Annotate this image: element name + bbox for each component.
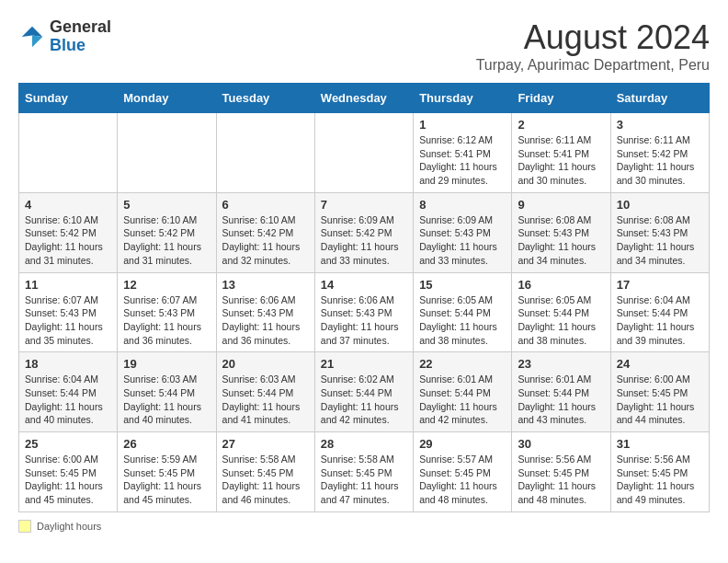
- day-info: Sunrise: 6:12 AM Sunset: 5:41 PM Dayligh…: [419, 133, 506, 188]
- calendar-cell: 26Sunrise: 5:59 AM Sunset: 5:45 PM Dayli…: [118, 432, 216, 512]
- day-info: Sunrise: 6:02 AM Sunset: 5:44 PM Dayligh…: [321, 373, 407, 427]
- day-number: 12: [123, 278, 210, 292]
- calendar-cell: 1Sunrise: 6:12 AM Sunset: 5:41 PM Daylig…: [414, 113, 512, 193]
- day-info: Sunrise: 6:07 AM Sunset: 5:43 PM Dayligh…: [25, 293, 111, 348]
- month-year-title: August 2024: [476, 18, 710, 57]
- day-info: Sunrise: 6:00 AM Sunset: 5:45 PM Dayligh…: [25, 453, 111, 507]
- calendar-cell: 18Sunrise: 6:04 AM Sunset: 5:44 PM Dayli…: [19, 352, 118, 432]
- day-info: Sunrise: 6:07 AM Sunset: 5:43 PM Dayligh…: [123, 293, 210, 348]
- calendar-cell: 12Sunrise: 6:07 AM Sunset: 5:43 PM Dayli…: [118, 272, 216, 352]
- calendar-cell: 15Sunrise: 6:05 AM Sunset: 5:44 PM Dayli…: [414, 272, 512, 352]
- weekday-header-friday: Friday: [512, 84, 610, 113]
- day-number: 19: [123, 357, 210, 371]
- weekday-header-row: SundayMondayTuesdayWednesdayThursdayFrid…: [19, 84, 710, 113]
- calendar-week-row: 11Sunrise: 6:07 AM Sunset: 5:43 PM Dayli…: [19, 272, 710, 352]
- day-info: Sunrise: 5:56 AM Sunset: 5:45 PM Dayligh…: [617, 453, 703, 507]
- calendar-cell: 16Sunrise: 6:05 AM Sunset: 5:44 PM Dayli…: [512, 272, 610, 352]
- day-number: 23: [518, 357, 604, 371]
- day-number: 5: [123, 198, 210, 212]
- day-info: Sunrise: 5:59 AM Sunset: 5:45 PM Dayligh…: [123, 453, 210, 507]
- footer-note: Daylight hours: [18, 520, 710, 533]
- calendar-cell: 23Sunrise: 6:01 AM Sunset: 5:44 PM Dayli…: [512, 352, 610, 432]
- day-info: Sunrise: 6:11 AM Sunset: 5:41 PM Dayligh…: [518, 133, 604, 188]
- day-info: Sunrise: 6:01 AM Sunset: 5:44 PM Dayligh…: [419, 373, 506, 427]
- day-number: 30: [518, 437, 604, 451]
- calendar-cell: 4Sunrise: 6:10 AM Sunset: 5:42 PM Daylig…: [19, 192, 118, 272]
- day-number: 22: [419, 357, 506, 371]
- calendar-cell: 3Sunrise: 6:11 AM Sunset: 5:42 PM Daylig…: [610, 113, 709, 193]
- day-info: Sunrise: 6:08 AM Sunset: 5:43 PM Dayligh…: [617, 213, 703, 268]
- day-info: Sunrise: 6:05 AM Sunset: 5:44 PM Dayligh…: [419, 293, 506, 348]
- logo-text: General Blue: [50, 18, 111, 55]
- day-info: Sunrise: 6:03 AM Sunset: 5:44 PM Dayligh…: [222, 373, 309, 427]
- day-number: 9: [518, 198, 604, 212]
- day-number: 11: [25, 278, 111, 292]
- daylight-label: Daylight hours: [37, 521, 101, 532]
- day-info: Sunrise: 5:56 AM Sunset: 5:45 PM Dayligh…: [518, 453, 604, 507]
- calendar-cell: [118, 113, 216, 193]
- day-number: 10: [617, 198, 703, 212]
- weekday-header-wednesday: Wednesday: [314, 84, 413, 113]
- day-info: Sunrise: 6:10 AM Sunset: 5:42 PM Dayligh…: [123, 213, 210, 268]
- day-info: Sunrise: 6:00 AM Sunset: 5:45 PM Dayligh…: [617, 373, 703, 427]
- calendar-cell: 5Sunrise: 6:10 AM Sunset: 5:42 PM Daylig…: [118, 192, 216, 272]
- day-info: Sunrise: 6:03 AM Sunset: 5:44 PM Dayligh…: [123, 373, 210, 427]
- daylight-swatch: [18, 520, 31, 533]
- day-number: 2: [518, 118, 604, 132]
- day-number: 8: [419, 198, 506, 212]
- day-info: Sunrise: 5:57 AM Sunset: 5:45 PM Dayligh…: [419, 453, 506, 507]
- calendar-week-row: 4Sunrise: 6:10 AM Sunset: 5:42 PM Daylig…: [19, 192, 710, 272]
- calendar-cell: 10Sunrise: 6:08 AM Sunset: 5:43 PM Dayli…: [610, 192, 709, 272]
- day-number: 21: [321, 357, 407, 371]
- day-info: Sunrise: 6:06 AM Sunset: 5:43 PM Dayligh…: [321, 293, 407, 348]
- calendar-cell: [314, 113, 413, 193]
- day-number: 18: [25, 357, 111, 371]
- day-info: Sunrise: 6:11 AM Sunset: 5:42 PM Dayligh…: [617, 133, 703, 188]
- calendar-header: SundayMondayTuesdayWednesdayThursdayFrid…: [19, 84, 710, 113]
- calendar-cell: 9Sunrise: 6:08 AM Sunset: 5:43 PM Daylig…: [512, 192, 610, 272]
- logo: General Blue: [18, 18, 111, 55]
- day-info: Sunrise: 6:04 AM Sunset: 5:44 PM Dayligh…: [617, 293, 703, 348]
- day-number: 14: [321, 278, 407, 292]
- calendar-cell: 28Sunrise: 5:58 AM Sunset: 5:45 PM Dayli…: [314, 432, 413, 512]
- day-number: 24: [617, 357, 703, 371]
- day-number: 29: [419, 437, 506, 451]
- day-info: Sunrise: 6:10 AM Sunset: 5:42 PM Dayligh…: [222, 213, 309, 268]
- day-number: 28: [321, 437, 407, 451]
- calendar-table: SundayMondayTuesdayWednesdayThursdayFrid…: [18, 83, 710, 512]
- calendar-cell: 22Sunrise: 6:01 AM Sunset: 5:44 PM Dayli…: [414, 352, 512, 432]
- calendar-cell: 19Sunrise: 6:03 AM Sunset: 5:44 PM Dayli…: [118, 352, 216, 432]
- day-info: Sunrise: 6:09 AM Sunset: 5:43 PM Dayligh…: [419, 213, 506, 268]
- calendar-cell: 27Sunrise: 5:58 AM Sunset: 5:45 PM Dayli…: [216, 432, 314, 512]
- calendar-cell: 13Sunrise: 6:06 AM Sunset: 5:43 PM Dayli…: [216, 272, 314, 352]
- calendar-cell: 30Sunrise: 5:56 AM Sunset: 5:45 PM Dayli…: [512, 432, 610, 512]
- svg-marker-1: [32, 35, 42, 47]
- weekday-header-tuesday: Tuesday: [216, 84, 314, 113]
- day-number: 17: [617, 278, 703, 292]
- calendar-week-row: 25Sunrise: 6:00 AM Sunset: 5:45 PM Dayli…: [19, 432, 710, 512]
- svg-marker-0: [22, 27, 43, 37]
- weekday-header-thursday: Thursday: [414, 84, 512, 113]
- day-number: 25: [25, 437, 111, 451]
- day-number: 27: [222, 437, 309, 451]
- title-section: August 2024 Turpay, Apurimac Department,…: [476, 18, 710, 74]
- day-info: Sunrise: 5:58 AM Sunset: 5:45 PM Dayligh…: [222, 453, 309, 507]
- day-number: 15: [419, 278, 506, 292]
- day-number: 4: [25, 198, 111, 212]
- calendar-cell: 21Sunrise: 6:02 AM Sunset: 5:44 PM Dayli…: [314, 352, 413, 432]
- day-info: Sunrise: 6:05 AM Sunset: 5:44 PM Dayligh…: [518, 293, 604, 348]
- calendar-body: 1Sunrise: 6:12 AM Sunset: 5:41 PM Daylig…: [19, 113, 710, 512]
- logo-general-text: General: [50, 18, 111, 37]
- day-number: 16: [518, 278, 604, 292]
- calendar-cell: 6Sunrise: 6:10 AM Sunset: 5:42 PM Daylig…: [216, 192, 314, 272]
- calendar-cell: 14Sunrise: 6:06 AM Sunset: 5:43 PM Dayli…: [314, 272, 413, 352]
- calendar-cell: 20Sunrise: 6:03 AM Sunset: 5:44 PM Dayli…: [216, 352, 314, 432]
- weekday-header-saturday: Saturday: [610, 84, 709, 113]
- weekday-header-sunday: Sunday: [19, 84, 118, 113]
- calendar-cell: 17Sunrise: 6:04 AM Sunset: 5:44 PM Dayli…: [610, 272, 709, 352]
- calendar-week-row: 1Sunrise: 6:12 AM Sunset: 5:41 PM Daylig…: [19, 113, 710, 193]
- day-info: Sunrise: 6:10 AM Sunset: 5:42 PM Dayligh…: [25, 213, 111, 268]
- day-info: Sunrise: 6:04 AM Sunset: 5:44 PM Dayligh…: [25, 373, 111, 427]
- day-number: 3: [617, 118, 703, 132]
- calendar-cell: [19, 113, 118, 193]
